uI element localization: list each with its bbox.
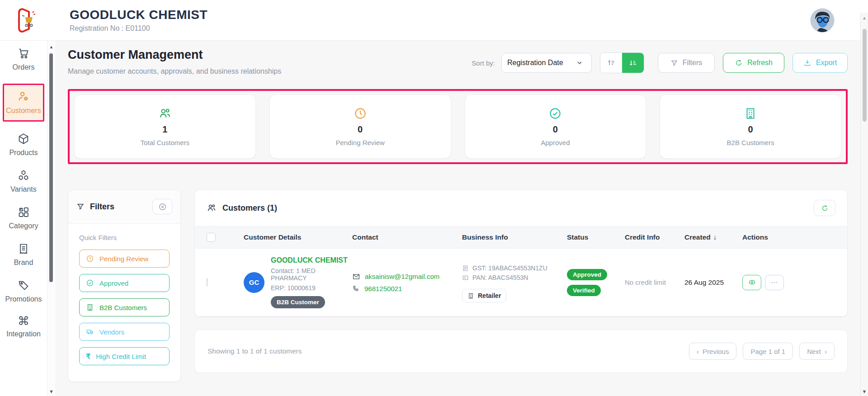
row-checkbox[interactable] (207, 278, 208, 287)
sidebar-item-label: Brand (14, 259, 33, 267)
stat-label: Pending Review (335, 139, 384, 146)
next-page-button[interactable]: Next › (799, 343, 835, 360)
user-avatar[interactable] (810, 8, 835, 33)
sidebar-item-variants[interactable]: Variants (10, 169, 37, 193)
filters-button-label: Filters (683, 59, 703, 67)
building-icon (86, 303, 94, 311)
sort-ascending-icon (607, 58, 616, 67)
sidebar-item-orders[interactable]: Orders (13, 47, 35, 71)
stats-highlight-outline: 1 Total Customers 0 Pending Review 0 App… (68, 89, 848, 164)
page-scrollbar-thumb[interactable] (863, 29, 867, 122)
customer-table-row: GC GOODLUCK CHEMIST Contact: 1 MED PHARM… (195, 249, 847, 316)
clear-filters-button[interactable] (152, 199, 172, 214)
funnel-icon (670, 59, 678, 67)
sidebar-item-brand[interactable]: Brand (14, 242, 33, 267)
stat-value: 0 (358, 124, 363, 135)
export-button-label: Export (816, 59, 837, 67)
export-button[interactable]: Export (793, 53, 848, 73)
customer-contact-line: Contact: 1 MED PHARMACY (271, 267, 352, 282)
stat-value: 0 (553, 124, 558, 135)
scroll-up-arrow-icon[interactable]: ▲ (861, 15, 868, 20)
sort-field-select[interactable]: Registration Date (501, 53, 592, 73)
sort-arrow-down-icon: ↓ (713, 233, 717, 241)
quick-filter-label: Pending Review (99, 255, 148, 263)
sidebar-item-customers[interactable]: Customers (3, 84, 44, 122)
quick-filter-pending-review[interactable]: Pending Review (79, 250, 170, 268)
customer-avatar: GC (244, 272, 264, 293)
filters-button[interactable]: Filters (658, 53, 715, 73)
sidebar-item-category[interactable]: Category (9, 206, 38, 230)
clock-icon (86, 255, 94, 263)
quick-filter-high-credit-limit[interactable]: ₹ High Credit Limit (79, 347, 170, 365)
column-created-label: Created (684, 233, 711, 241)
users-icon (158, 107, 172, 120)
created-date: 26 Aug 2025 (684, 278, 742, 287)
cart-icon (17, 47, 30, 60)
pagination-bar: Showing 1 to 1 of 1 customers ‹ Previous… (194, 330, 848, 373)
previous-label: Previous (703, 348, 729, 355)
app-title: GOODLUCK CHEMIST (70, 8, 208, 22)
refresh-button[interactable]: Refresh (723, 53, 784, 73)
building-icon (467, 292, 474, 299)
page-scrollbar[interactable]: ▲ ▼ (860, 13, 868, 396)
sidebar-item-label: Integration (6, 330, 41, 338)
tag-icon (17, 279, 30, 292)
command-icon: ⌘ (18, 316, 29, 326)
user-gear-icon (17, 90, 30, 103)
more-actions-button[interactable]: ⋯ (765, 275, 784, 290)
sort-ascending-button[interactable] (600, 53, 622, 73)
column-actions: Actions (742, 233, 847, 241)
cart-logo-icon (14, 6, 42, 34)
sidebar-scroll-up-icon[interactable]: ▲ (47, 44, 55, 49)
refresh-icon (821, 204, 829, 212)
previous-page-button[interactable]: ‹ Previous (689, 343, 736, 360)
customer-gst-line: GST: 19ABACS4553N1ZU (462, 264, 567, 272)
truck-icon (86, 328, 94, 336)
customer-phone-link[interactable]: 9681250021 (352, 285, 462, 292)
quick-filter-vendors[interactable]: Vendors (79, 323, 170, 341)
sidebar-scrollbar[interactable]: ▲ ▼ (47, 41, 55, 396)
scroll-down-arrow-icon[interactable]: ▼ (861, 389, 868, 394)
top-header: GOODLUCK CHEMIST Registration No : E0110… (0, 0, 868, 41)
sidebar-item-label: Variants (10, 185, 37, 193)
sidebar-item-products[interactable]: Products (9, 132, 38, 157)
stat-label: B2B Customers (727, 139, 774, 146)
sort-descending-button[interactable] (622, 53, 644, 73)
main-content: Customer Management Manage customer acco… (55, 41, 860, 396)
stat-label: Total Customers (141, 139, 189, 146)
quick-filter-label: High Credit Limit (96, 353, 146, 360)
stat-card-b2b-customers: 0 B2B Customers (660, 94, 841, 159)
sidebar-item-promotions[interactable]: Promotions (5, 279, 42, 303)
select-all-checkbox[interactable] (207, 233, 216, 242)
customer-gst: GST: 19ABACS4553N1ZU (472, 264, 547, 272)
chevron-left-icon: ‹ (697, 348, 699, 355)
column-created[interactable]: Created ↓ (684, 233, 742, 241)
table-refresh-button[interactable] (814, 200, 835, 216)
customer-type-chip: Retailer (462, 289, 506, 302)
showing-text: Showing 1 to 1 of 1 customers (208, 347, 302, 355)
customers-panel: Customers (1) Customer Details Contact B… (194, 189, 848, 317)
page-indicator: Page 1 of 1 (743, 343, 793, 360)
column-customer-details: Customer Details (244, 233, 352, 241)
customer-name-link[interactable]: GOODLUCK CHEMIST (271, 256, 352, 264)
cubes-icon (17, 169, 30, 182)
circle-x-icon (158, 203, 167, 211)
quick-filter-approved[interactable]: Approved (79, 274, 170, 292)
column-business-info: Business Info (462, 233, 567, 241)
stat-card-total-customers: 1 Total Customers (74, 94, 256, 159)
quick-filter-b2b-customers[interactable]: B2B Customers (79, 298, 170, 316)
customer-pan-line: PAN: ABACS4553N (462, 274, 567, 281)
sidebar-scroll-down-icon[interactable]: ▼ (47, 389, 55, 394)
sort-field-value: Registration Date (507, 59, 576, 67)
view-customer-button[interactable] (742, 275, 761, 290)
status-badge-verified: Verified (567, 285, 601, 296)
filters-panel: Filters Quick Filters Pending Review App… (68, 189, 181, 382)
building-icon (744, 107, 757, 120)
refresh-button-label: Refresh (747, 59, 773, 67)
customer-email-link[interactable]: aksainisw@12gmail.com (352, 273, 462, 281)
sidebar-item-integration[interactable]: ⌘ Integration (6, 316, 41, 338)
next-label: Next (807, 348, 821, 355)
box-icon (17, 132, 30, 145)
customer-phone: 9681250021 (364, 285, 402, 292)
sidebar-scrollbar-thumb[interactable] (49, 53, 53, 282)
